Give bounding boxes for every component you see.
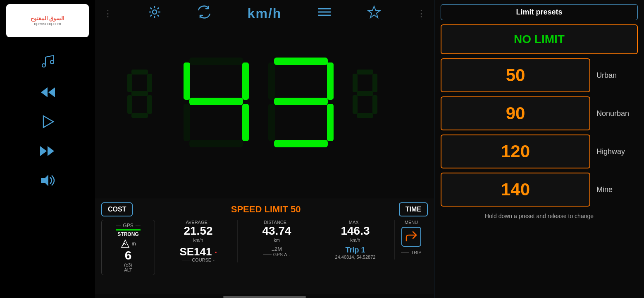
- svg-rect-34: [372, 74, 377, 92]
- dots-right-icon[interactable]: ⋮: [417, 8, 426, 19]
- logo-area: السوق المفتوح opensooq.com: [6, 4, 89, 37]
- alt-label: ALT: [113, 267, 143, 272]
- svg-rect-12: [127, 74, 132, 92]
- preset-row-90: 90 Nonurban: [441, 96, 638, 130]
- average-section: AVERAGE - 21.52 km/h SE141 ● COURSE -: [159, 220, 238, 262]
- preset-label-urban: Urban: [596, 71, 638, 80]
- right-panel: Limit presets NO LIMIT 50 Urban 90 Nonur…: [434, 0, 644, 298]
- presets-title: Limit presets: [441, 4, 638, 20]
- music-icon[interactable]: [39, 54, 56, 73]
- gps-bar: [116, 229, 141, 231]
- time-button[interactable]: TIME: [399, 202, 428, 216]
- distance-unit: km: [274, 238, 280, 243]
- rewind-icon[interactable]: [39, 86, 56, 102]
- bottom-panel: COST SPEED LIMIT 50 TIME — GPS — STRONG: [95, 199, 434, 294]
- course-value: SE141 ●: [179, 246, 217, 258]
- cost-button[interactable]: COST: [101, 202, 133, 216]
- menu-button[interactable]: [401, 227, 421, 247]
- presets-hint: Hold down a preset and release to change: [441, 211, 638, 221]
- menu-icon[interactable]: [317, 6, 332, 21]
- svg-rect-25: [274, 58, 328, 65]
- stats-row: — GPS — STRONG m 6 (±3) ALT: [95, 220, 434, 294]
- speed-digit-4: [181, 55, 264, 171]
- preset-button-90[interactable]: 90: [441, 96, 590, 130]
- average-value: 21.52: [184, 225, 212, 238]
- gps-delta-value: ±2m: [272, 246, 282, 252]
- media-controls: [39, 54, 56, 191]
- svg-rect-15: [127, 95, 132, 114]
- volume-icon[interactable]: [39, 173, 56, 191]
- gps-delta-label: GPS Δ: [273, 252, 287, 257]
- svg-rect-19: [184, 62, 190, 100]
- svg-marker-2: [43, 116, 53, 127]
- preset-button-120[interactable]: 120: [441, 135, 590, 168]
- no-limit-button[interactable]: NO LIMIT: [441, 24, 638, 54]
- preset-value-50: 50: [506, 65, 525, 85]
- speed-digit-3: [266, 55, 348, 171]
- svg-marker-5: [41, 175, 48, 186]
- settings-icon[interactable]: [148, 5, 161, 22]
- svg-rect-36: [353, 95, 358, 114]
- scroll-bar: [223, 296, 306, 298]
- preset-value-120: 120: [501, 142, 530, 161]
- main-area: ⋮ km/h: [95, 0, 434, 298]
- play-icon[interactable]: [40, 114, 55, 132]
- speed-unit: km/h: [248, 6, 282, 21]
- gps-label: — GPS —: [116, 223, 140, 228]
- preset-value-90: 90: [506, 103, 525, 123]
- altitude-value: 6: [125, 248, 132, 262]
- svg-rect-11: [131, 70, 148, 74]
- logo-text: السوق المفتوح: [31, 15, 65, 22]
- altitude-tolerance: (±3): [124, 262, 132, 267]
- svg-rect-38: [357, 113, 373, 118]
- svg-rect-21: [189, 98, 243, 105]
- fast-forward-icon[interactable]: [39, 144, 56, 161]
- svg-rect-32: [357, 70, 373, 74]
- average-unit: km/h: [193, 238, 203, 243]
- refresh-icon[interactable]: [197, 5, 212, 22]
- svg-marker-0: [41, 87, 48, 97]
- menu-label: MENU: [405, 220, 418, 225]
- preset-button-140[interactable]: 140: [441, 173, 590, 207]
- speed-display: [95, 27, 434, 199]
- speed-limit-display: SPEED LIMIT 50: [141, 204, 390, 215]
- svg-marker-10: [368, 6, 380, 18]
- toolbar: ⋮ km/h: [95, 0, 434, 27]
- preset-button-50[interactable]: 50: [441, 58, 590, 92]
- svg-rect-23: [242, 104, 249, 141]
- svg-marker-1: [48, 87, 55, 97]
- star-icon[interactable]: [367, 5, 381, 22]
- preset-row-140: 140 Mine: [441, 173, 638, 207]
- left-sidebar: السوق المفتوح opensooq.com: [0, 0, 95, 298]
- trip-name: Trip 1: [345, 246, 365, 255]
- altitude-unit-label: m: [132, 241, 136, 247]
- svg-rect-33: [353, 74, 358, 92]
- svg-rect-37: [372, 95, 377, 114]
- gps-strong-label: STRONG: [117, 231, 138, 237]
- preset-row-50: 50 Urban: [441, 58, 638, 92]
- trip-label: TRIP: [411, 250, 421, 255]
- svg-rect-14: [131, 91, 148, 96]
- dim-digit-left: [125, 67, 179, 159]
- logo-sub: opensooq.com: [34, 22, 61, 26]
- svg-rect-16: [147, 95, 152, 114]
- svg-marker-4: [48, 146, 54, 156]
- svg-rect-22: [184, 104, 190, 141]
- distance-section: DISTANCE - 43.74 km ±2m GPS Δ -: [238, 220, 316, 257]
- svg-rect-26: [268, 62, 275, 100]
- svg-marker-3: [40, 146, 47, 156]
- svg-rect-28: [274, 98, 328, 105]
- alt-icon-row: m: [121, 239, 136, 248]
- preset-value-140: 140: [501, 180, 530, 199]
- preset-label-mine: Mine: [596, 185, 638, 194]
- bottom-top-row: COST SPEED LIMIT 50 TIME: [95, 199, 434, 220]
- no-limit-text: NO LIMIT: [514, 33, 565, 46]
- max-unit: km/h: [351, 238, 360, 243]
- distance-value: 43.74: [262, 225, 291, 238]
- svg-rect-27: [327, 62, 334, 100]
- dots-left-icon[interactable]: ⋮: [103, 8, 112, 19]
- mountain-icon: [121, 239, 130, 248]
- svg-rect-17: [131, 113, 148, 118]
- svg-rect-30: [327, 104, 334, 141]
- svg-rect-31: [274, 140, 328, 147]
